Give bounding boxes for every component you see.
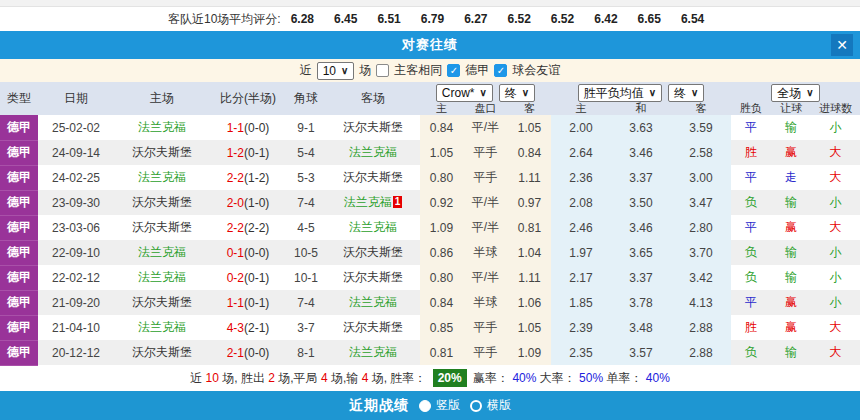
odds-home: 0.81 bbox=[420, 340, 463, 365]
avg-draw: 3.63 bbox=[611, 115, 671, 140]
close-icon: ✕ bbox=[836, 37, 848, 53]
result-cell: 小 bbox=[811, 190, 860, 215]
away-team-link[interactable]: 沃尔夫斯堡 bbox=[326, 240, 420, 265]
summary-text: 40% bbox=[512, 371, 536, 385]
sub-col-handicap: 盘口 bbox=[463, 102, 508, 115]
away-team-link[interactable]: 沃尔夫斯堡 bbox=[326, 265, 420, 290]
summary-text: 2 bbox=[268, 371, 275, 385]
wdl-final-select[interactable]: 终 ∨ bbox=[668, 84, 704, 102]
odds-handicap: 平/半 bbox=[463, 265, 508, 290]
wdl-average-select[interactable]: 胜平负均值 ∨ bbox=[578, 84, 662, 102]
away-avg-score-row: 客队近10场平均评分: 6.286.456.516.796.276.526.52… bbox=[0, 7, 860, 31]
table-row: 德甲20-12-12沃尔夫斯堡2-1(0-0)8-1法兰克福0.81平手1.09… bbox=[0, 340, 860, 365]
same-venue-checkbox[interactable] bbox=[376, 64, 389, 77]
odds-away: 1.11 bbox=[508, 165, 551, 190]
corner-score: 10-1 bbox=[286, 265, 326, 290]
close-button[interactable]: ✕ bbox=[831, 34, 853, 56]
avg-draw: 3.37 bbox=[611, 265, 671, 290]
away-team-link[interactable]: 沃尔夫斯堡 bbox=[326, 165, 420, 190]
result-cell: 负 bbox=[731, 340, 771, 365]
chevron-down-icon: ∨ bbox=[806, 86, 813, 100]
corner-score: 4-5 bbox=[286, 215, 326, 240]
avg-score-value: 6.65 bbox=[638, 12, 661, 26]
odds-home: 0.92 bbox=[420, 190, 463, 215]
corner-score: 7-4 bbox=[286, 190, 326, 215]
vertical-label: 竖版 bbox=[436, 397, 460, 414]
friendly-checkbox[interactable] bbox=[494, 64, 507, 77]
away-team-link[interactable]: 法兰克福 bbox=[326, 215, 420, 240]
radio-icon[interactable] bbox=[470, 400, 482, 412]
avg-away: 2.80 bbox=[671, 215, 731, 240]
summary-text: 10 bbox=[206, 371, 219, 385]
result-cell: 小 bbox=[811, 290, 860, 315]
avg-home: 2.46 bbox=[551, 215, 611, 240]
result-cell: 输 bbox=[771, 265, 811, 290]
league-badge: 德甲 bbox=[0, 190, 38, 215]
col-score: 比分(半场) bbox=[210, 82, 286, 115]
home-team-link[interactable]: 法兰克福 bbox=[114, 315, 210, 340]
layout-option-vertical[interactable]: 竖版 bbox=[419, 397, 460, 414]
avg-home: 2.08 bbox=[551, 190, 611, 215]
league-badge: 德甲 bbox=[0, 340, 38, 365]
away-team-link[interactable]: 沃尔夫斯堡 bbox=[326, 115, 420, 140]
odds-handicap: 平手 bbox=[463, 340, 508, 365]
result-cell: 胜 bbox=[731, 315, 771, 340]
summary-text: 场, 胜出 bbox=[219, 370, 268, 387]
recent-count-select[interactable]: 10 ∨ bbox=[317, 62, 355, 80]
avg-away: 3.42 bbox=[671, 265, 731, 290]
home-team-link[interactable]: 法兰克福 bbox=[114, 240, 210, 265]
odds-company-select[interactable]: Crow* ∨ bbox=[436, 84, 493, 102]
home-team-link[interactable]: 法兰克福 bbox=[114, 265, 210, 290]
summary-text: 单率： bbox=[603, 370, 646, 387]
away-team-link[interactable]: 法兰克福 bbox=[326, 290, 420, 315]
home-team-link[interactable]: 沃尔夫斯堡 bbox=[114, 140, 210, 165]
table-row: 德甲24-02-25法兰克福2-2(1-2)5-3沃尔夫斯堡0.80平手1.11… bbox=[0, 165, 860, 190]
league-checkbox[interactable] bbox=[447, 64, 460, 77]
away-team-link[interactable]: 法兰克福 bbox=[326, 340, 420, 365]
avg-home: 1.85 bbox=[551, 290, 611, 315]
league-label[interactable]: 德甲 bbox=[465, 62, 489, 79]
chevron-down-icon: ∨ bbox=[341, 64, 348, 78]
avg-score-value: 6.28 bbox=[291, 12, 314, 26]
odds-home: 0.85 bbox=[420, 315, 463, 340]
table-row: 德甲22-09-10法兰克福0-1(0-0)10-5沃尔夫斯堡0.86半球1.0… bbox=[0, 240, 860, 265]
friendly-label[interactable]: 球会友谊 bbox=[512, 62, 560, 79]
home-team-link[interactable]: 法兰克福 bbox=[114, 165, 210, 190]
match-date: 22-02-12 bbox=[38, 265, 114, 290]
layout-option-horizontal[interactable]: 横版 bbox=[470, 397, 511, 414]
same-venue-label[interactable]: 主客相同 bbox=[394, 62, 442, 79]
match-date: 21-09-20 bbox=[38, 290, 114, 315]
home-team-link[interactable]: 沃尔夫斯堡 bbox=[114, 190, 210, 215]
fulltime-value: 全场 bbox=[777, 86, 801, 100]
away-team-link[interactable]: 沃尔夫斯堡 bbox=[326, 315, 420, 340]
home-team-link[interactable]: 法兰克福 bbox=[114, 115, 210, 140]
avg-draw: 3.57 bbox=[611, 340, 671, 365]
radio-icon[interactable] bbox=[419, 400, 431, 412]
league-badge: 德甲 bbox=[0, 165, 38, 190]
avg-home: 2.39 bbox=[551, 315, 611, 340]
result-cell: 输 bbox=[771, 240, 811, 265]
home-team-link[interactable]: 沃尔夫斯堡 bbox=[114, 340, 210, 365]
match-date: 24-02-25 bbox=[38, 165, 114, 190]
result-cell: 平 bbox=[731, 215, 771, 240]
match-date: 25-02-02 bbox=[38, 115, 114, 140]
home-team-link[interactable]: 沃尔夫斯堡 bbox=[114, 215, 210, 240]
odds-away: 1.05 bbox=[508, 115, 551, 140]
home-team-link[interactable]: 沃尔夫斯堡 bbox=[114, 290, 210, 315]
fulltime-select[interactable]: 全场 ∨ bbox=[771, 84, 819, 102]
away-team-link[interactable]: 法兰克福1 bbox=[326, 190, 420, 215]
result-cell: 胜 bbox=[731, 140, 771, 165]
summary-text: 近 bbox=[190, 370, 205, 387]
match-date: 20-12-12 bbox=[38, 340, 114, 365]
corner-score: 3-7 bbox=[286, 315, 326, 340]
summary-text: 场,输 bbox=[328, 370, 362, 387]
summary-row: 近 10 场, 胜出 2 场,平局 4 场,输 4 场, 胜率： 20% 赢率：… bbox=[0, 366, 860, 391]
odds-home: 1.05 bbox=[420, 140, 463, 165]
h2h-table: 德甲25-02-02法兰克福1-1(0-0)9-1沃尔夫斯堡0.84平/半1.0… bbox=[0, 115, 860, 366]
summary-text: 赢率： bbox=[470, 370, 513, 387]
avg-score-value: 6.79 bbox=[421, 12, 444, 26]
score-cell: 0-2(0-1) bbox=[210, 265, 286, 290]
away-team-link[interactable]: 法兰克福 bbox=[326, 140, 420, 165]
odds-final-select[interactable]: 终 ∨ bbox=[499, 84, 535, 102]
summary-text: 4 bbox=[321, 371, 328, 385]
